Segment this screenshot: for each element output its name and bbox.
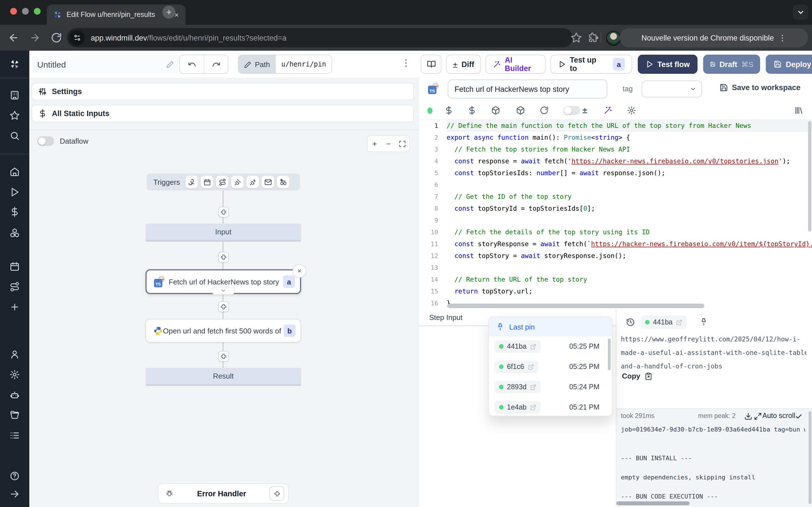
runs-icon[interactable] — [10, 187, 20, 197]
flows-icon[interactable] — [10, 282, 20, 292]
step-node-a[interactable]: TS Fetch url of HackerNews top story a × — [146, 269, 301, 294]
step-node-b[interactable]: Open url and fetch first 500 words of ..… — [146, 319, 301, 342]
undo-button[interactable] — [180, 55, 204, 73]
code-line[interactable]: 12 const topStory = await storyResponse.… — [419, 250, 812, 262]
schedule-trigger-button[interactable] — [201, 176, 213, 188]
run-id-chip[interactable]: 441ba — [495, 340, 541, 353]
docs-button[interactable] — [421, 55, 442, 74]
zoom-in-button[interactable]: + — [369, 137, 380, 150]
email-trigger-button[interactable] — [262, 176, 274, 188]
package-icon[interactable] — [516, 106, 525, 115]
step-title-input[interactable]: Fetch url of HackerNews top story — [448, 79, 607, 99]
add-step-button[interactable] — [218, 252, 229, 263]
external-link-icon[interactable] — [530, 384, 536, 390]
auto-scroll-label[interactable]: Auto scroll — [762, 412, 795, 420]
windmill-logo[interactable] — [9, 59, 20, 70]
ai-wand-icon[interactable] — [603, 106, 612, 115]
run-id-chip[interactable]: 441ba — [641, 316, 687, 329]
help-icon[interactable] — [10, 471, 20, 481]
ai-robot-icon[interactable] — [10, 390, 20, 400]
profile-avatar[interactable] — [606, 31, 621, 46]
draft-button[interactable]: Draft ⌘S — [703, 55, 760, 74]
code-line[interactable]: 14 // Return the URL of the top story — [419, 274, 812, 286]
http-route-trigger-button[interactable] — [216, 176, 229, 188]
library-icon[interactable] — [794, 106, 803, 115]
path-edit-button[interactable]: Path — [239, 55, 276, 73]
run-id-chip[interactable]: 1e4ab — [495, 401, 541, 413]
result-node[interactable]: Result — [146, 368, 301, 386]
add-step-button[interactable] — [218, 351, 229, 362]
websocket-trigger-button[interactable] — [231, 176, 244, 188]
remove-step-button[interactable]: × — [293, 264, 306, 278]
test-up-to-button[interactable]: Test up to a — [550, 55, 632, 74]
kafka-trigger-button[interactable] — [246, 176, 259, 188]
pin-history-item[interactable]: 441ba 05:25 PM — [489, 336, 612, 356]
reload-icon[interactable] — [51, 32, 62, 43]
create-plus-icon[interactable] — [10, 302, 20, 312]
error-handler-node[interactable]: Error Handler — [158, 483, 289, 504]
favorites-star-icon[interactable] — [10, 110, 20, 121]
code-line[interactable]: 9 — [419, 215, 812, 226]
copy-result-button[interactable]: Copy — [622, 372, 652, 380]
code-line[interactable]: 8 const topStoryId = topStoriesIds[0]; — [419, 203, 812, 215]
log-horizontal-scrollbar[interactable] — [616, 501, 690, 505]
run-id-chip[interactable]: 2893d — [495, 381, 541, 393]
triggers-node[interactable]: Triggers — [147, 173, 300, 190]
settings-gear-icon[interactable] — [10, 370, 20, 380]
collapse-step-handle[interactable] — [211, 287, 235, 295]
webhook-trigger-button[interactable] — [186, 176, 198, 188]
menu-scrollbar[interactable] — [608, 339, 611, 370]
folders-icon[interactable] — [10, 410, 20, 420]
variable-dollar-icon[interactable] — [444, 106, 453, 115]
code-line[interactable]: 13 — [419, 262, 812, 274]
flow-summary-input[interactable]: Untitled — [32, 55, 180, 74]
code-line[interactable]: 10 // Fetch the details of the top story… — [419, 226, 812, 238]
code-line[interactable]: 5 const topStoriesIds: number[] = await … — [419, 167, 812, 179]
zoom-out-button[interactable]: − — [383, 137, 394, 150]
search-icon[interactable] — [10, 131, 20, 141]
input-node[interactable]: Input — [146, 224, 301, 242]
pin-history-item[interactable]: 2893d 05:24 PM — [489, 377, 612, 397]
tag-select[interactable] — [642, 80, 702, 98]
reload-icon[interactable] — [540, 106, 549, 115]
code-line[interactable]: 1// Define the main function to fetch th… — [419, 120, 812, 132]
variables-icon[interactable] — [10, 207, 20, 217]
new-tab-button[interactable]: + — [162, 6, 175, 18]
schedules-icon[interactable] — [10, 262, 20, 272]
redo-button[interactable] — [204, 55, 228, 73]
external-link-icon[interactable] — [530, 343, 536, 349]
diff-button[interactable]: ± Diff — [446, 55, 481, 74]
code-horizontal-scrollbar[interactable] — [448, 304, 704, 308]
code-line[interactable]: 2export async function main(): Promise<s… — [419, 132, 812, 144]
users-icon[interactable] — [10, 349, 20, 359]
flow-settings-button[interactable]: Settings — [32, 83, 414, 100]
tab-search-button[interactable] — [793, 4, 809, 20]
address-bar[interactable]: app.windmill.dev/flows/edit/u/henri/pin_… — [67, 28, 572, 47]
code-editor[interactable]: 1// Define the main function to fetch th… — [419, 120, 812, 310]
code-line[interactable]: 4 const response = await fetch('https://… — [419, 156, 812, 167]
package-icon[interactable] — [491, 106, 500, 115]
expand-sidebar-icon[interactable] — [10, 489, 20, 499]
run-id-chip[interactable]: 6f1c6 — [495, 360, 538, 373]
fit-view-button[interactable] — [397, 137, 408, 150]
code-line[interactable]: 3 // Fetch the top stories from Hacker N… — [419, 144, 812, 156]
pin-history-item[interactable]: 1e4ab 05:21 PM — [489, 397, 612, 416]
add-step-button[interactable] — [218, 207, 229, 217]
code-line[interactable]: 11 const storyResponse = await fetch(`ht… — [419, 238, 812, 250]
editor-vertical-scrollbar[interactable] — [808, 121, 811, 231]
test-flow-button[interactable]: Test flow — [638, 55, 698, 74]
audit-logs-icon[interactable] — [10, 431, 20, 441]
dataflow-toggle[interactable] — [37, 136, 54, 146]
test-up-to-step-badge[interactable]: a — [613, 58, 625, 70]
resources-icon[interactable] — [10, 228, 20, 238]
tab-step-input[interactable]: Step Input — [429, 313, 463, 322]
back-icon[interactable] — [8, 32, 19, 43]
history-icon[interactable] — [626, 318, 635, 327]
workspace-icon[interactable] — [10, 90, 20, 100]
editor-toggle[interactable] — [563, 106, 580, 115]
external-link-icon[interactable] — [530, 404, 536, 410]
all-static-inputs-button[interactable]: All Static Inputs — [32, 105, 414, 122]
window-zoom-button[interactable] — [34, 8, 41, 15]
resource-dollar-icon[interactable] — [467, 106, 476, 115]
expand-logs-icon[interactable] — [754, 412, 762, 420]
